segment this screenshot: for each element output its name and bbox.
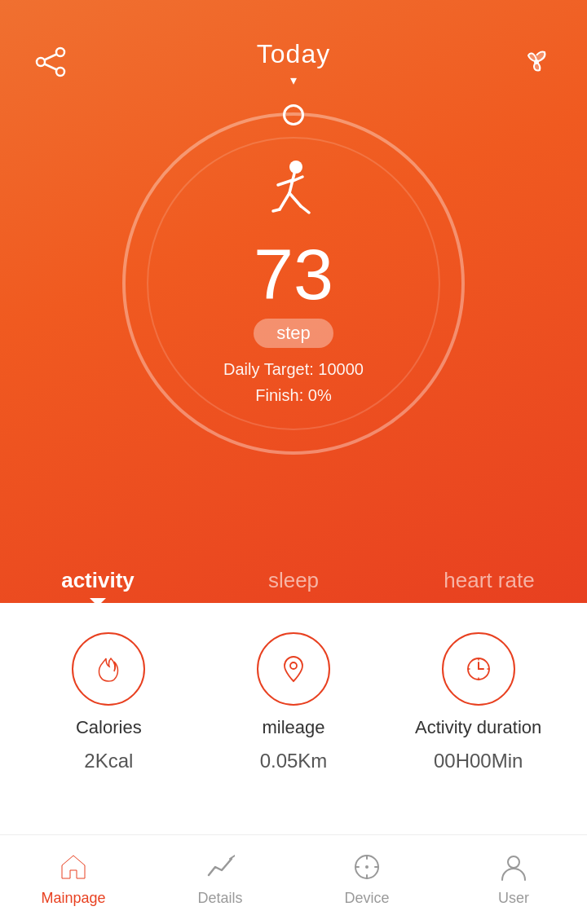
mileage-circle (257, 632, 330, 706)
duration-circle (442, 632, 515, 706)
gauge-content: 73 step Daily Target: 10000 Finish: 0% (122, 112, 465, 455)
stats-row: Calories 2Kcal mileage 0.05Km (0, 603, 587, 789)
nav-mainpage[interactable]: Mainpage (0, 852, 147, 907)
mileage-label: mileage (262, 717, 324, 738)
step-badge: step (254, 319, 333, 348)
svg-point-6 (289, 161, 302, 174)
mileage-value: 0.05Km (260, 750, 328, 772)
stat-duration: Activity duration 00H00Min (386, 632, 571, 772)
nav-details[interactable]: Details (147, 852, 294, 907)
flame-icon (91, 652, 126, 686)
stat-mileage: mileage 0.05Km (201, 632, 386, 772)
svg-line-10 (280, 193, 289, 209)
svg-line-11 (289, 193, 301, 206)
date-label: Today (257, 39, 330, 69)
svg-line-3 (45, 55, 57, 60)
svg-point-24 (365, 865, 369, 869)
svg-point-1 (56, 68, 64, 76)
svg-point-5 (534, 59, 539, 64)
chevron-icon: ▾ (290, 73, 297, 88)
location-icon (276, 652, 311, 686)
duration-value: 00H00Min (434, 750, 523, 772)
activity-tabs: activity sleep heart rate (0, 555, 587, 603)
calories-circle (72, 632, 145, 706)
stat-calories: Calories 2Kcal (16, 632, 201, 772)
svg-line-7 (289, 174, 294, 193)
bottom-nav: Mainpage Details Device (0, 834, 587, 924)
nav-user[interactable]: User (440, 852, 587, 907)
daily-info: Daily Target: 10000 Finish: 0% (223, 356, 364, 408)
svg-line-12 (273, 209, 280, 211)
person-icon (499, 852, 528, 885)
settings-icon[interactable] (519, 44, 554, 83)
walker-icon (265, 159, 322, 227)
svg-line-13 (301, 206, 309, 213)
clock-icon (461, 652, 496, 686)
svg-point-2 (37, 58, 45, 66)
step-gauge: 73 step Daily Target: 10000 Finish: 0% (122, 112, 465, 455)
svg-line-4 (45, 64, 57, 70)
top-section: Today ▾ (0, 0, 587, 603)
tab-activity[interactable]: activity (0, 568, 196, 600)
tab-sleep[interactable]: sleep (196, 568, 391, 600)
step-count: 73 (254, 239, 333, 310)
bottom-section: Calories 2Kcal mileage 0.05Km (0, 603, 587, 789)
mainpage-label: Mainpage (41, 890, 105, 907)
nav-device[interactable]: Device (294, 852, 440, 907)
calories-label: Calories (76, 717, 142, 738)
duration-label: Activity duration (415, 717, 541, 738)
tab-heart-rate[interactable]: heart rate (391, 568, 587, 600)
device-label: Device (344, 890, 389, 907)
home-icon (59, 852, 88, 885)
svg-point-0 (56, 48, 64, 56)
compass-icon (352, 852, 382, 885)
svg-point-29 (508, 856, 519, 868)
header: Today ▾ (0, 0, 587, 104)
finish-percent: Finish: 0% (223, 382, 364, 408)
user-label: User (498, 890, 529, 907)
chart-icon (205, 852, 235, 885)
title-area[interactable]: Today ▾ (257, 39, 330, 88)
details-label: Details (197, 890, 242, 907)
calories-value: 2Kcal (84, 750, 133, 772)
share-icon[interactable] (33, 44, 68, 83)
svg-point-14 (290, 662, 297, 669)
daily-target: Daily Target: 10000 (223, 356, 364, 382)
